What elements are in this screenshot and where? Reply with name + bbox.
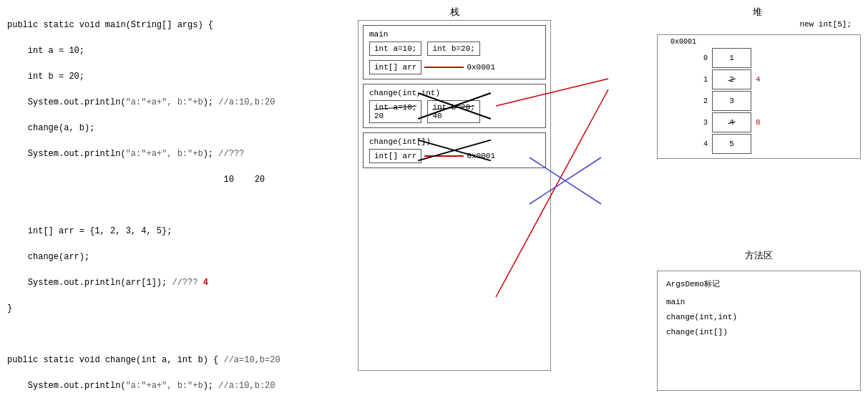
code-line-13: public static void change(int a, int b) … bbox=[7, 354, 322, 367]
method-area-label: 方法区 bbox=[657, 249, 861, 262]
code-line-6: System.out.println("a:"+a+", b:"+b); //?… bbox=[7, 147, 322, 160]
a-new: 20 bbox=[374, 112, 384, 120]
heap-idx-1: 1 bbox=[699, 76, 712, 84]
heap-idx-0: 0 bbox=[699, 54, 712, 62]
code-line-3: int b = 20; bbox=[7, 70, 322, 83]
code-panel: public static void main(String[] args) {… bbox=[0, 0, 329, 398]
heap-idx-3: 3 bbox=[699, 119, 712, 127]
arr-arrow-main bbox=[424, 67, 464, 68]
code-line-8: int[] arr = {1, 2, 3, 4, 5}; bbox=[7, 225, 322, 238]
arr-addr-change: 0x0001 bbox=[467, 152, 495, 160]
heap-container: 0x0001 0 1 1 2 4 2 3 bbox=[657, 34, 861, 159]
heap-address-label: 0x0001 bbox=[663, 38, 699, 46]
b-new: 40 bbox=[432, 112, 442, 120]
code-line-5: change(a, b); bbox=[7, 122, 322, 135]
heap-cell-3: 4 bbox=[712, 112, 751, 132]
diagram-panel: 栈 main int a=10; int b=20; int[] arr 0x0… bbox=[329, 0, 868, 398]
heap-cell-1: 2 bbox=[712, 69, 751, 89]
method-class-name: ArgsDemo标记 bbox=[666, 277, 852, 292]
code-line-10: System.out.println(arr[1]); //??? 4 bbox=[7, 276, 322, 289]
heap-addr-header: 0x0001 bbox=[663, 38, 854, 46]
frame-content-main: int a=10; int b=20; bbox=[369, 42, 540, 56]
frame-title-main: main bbox=[369, 30, 540, 39]
heap-row-3: 3 4 8 bbox=[663, 112, 854, 132]
arr-row-main: int[] arr 0x0001 bbox=[369, 60, 540, 74]
heap-val-1-orig: 2 bbox=[729, 75, 734, 84]
frame-title-change-int-int: change(int,int) bbox=[369, 89, 540, 97]
method-item-change-int-arr: change(int[]) bbox=[666, 325, 852, 340]
stack-label: 栈 bbox=[358, 6, 551, 19]
heap-idx-2: 2 bbox=[699, 97, 712, 105]
stack-frame-change-int-arr: change(int[]) int[] arr 0x0001 bbox=[363, 132, 546, 168]
a-orig: int a=10; bbox=[374, 103, 416, 112]
method-item-main: main bbox=[666, 295, 852, 310]
code-line-11: } bbox=[7, 302, 322, 315]
heap-row-4: 4 5 bbox=[663, 134, 854, 154]
heap-cell-0: 1 bbox=[712, 48, 751, 68]
arr-addr-main: 0x0001 bbox=[467, 63, 495, 72]
code-line-4: System.out.println("a:"+a+", b:"+b); //a… bbox=[7, 96, 322, 109]
heap-idx-4: 4 bbox=[699, 140, 712, 148]
heap-row-2: 2 3 bbox=[663, 91, 854, 111]
frame-title-change-int-arr: change(int[]) bbox=[369, 137, 540, 146]
stack-frame-change-int-int: change(int,int) int a=10; 20 int b=20; 4… bbox=[363, 84, 546, 128]
frame-var-a-change: int a=10; 20 bbox=[369, 100, 421, 123]
b-orig: int b=20; bbox=[432, 103, 474, 112]
frame-var-a-main: int a=10; bbox=[369, 42, 421, 56]
frame-content-change-int-int: int a=10; 20 int b=20; 40 bbox=[369, 100, 540, 123]
heap-row-1: 1 2 4 bbox=[663, 69, 854, 89]
code-line-2: int a = 10; bbox=[7, 44, 322, 57]
code-line-blank1 bbox=[7, 199, 322, 212]
frame-var-b-main: int b=20; bbox=[427, 42, 479, 56]
method-container: ArgsDemo标记 main change(int,int) change(i… bbox=[657, 271, 861, 391]
heap-side-1: 4 bbox=[756, 75, 761, 84]
frame-var-b-change: int b=20; 40 bbox=[427, 100, 479, 123]
arr-row-change-arr: int[] arr 0x0001 bbox=[369, 149, 540, 163]
frame-var-arr-change: int[] arr bbox=[369, 149, 421, 163]
method-item-change-int-int: change(int,int) bbox=[666, 310, 852, 325]
code-line-blank2 bbox=[7, 328, 322, 341]
heap-val-3-orig: 4 bbox=[729, 118, 734, 127]
heap-label: 堆 bbox=[653, 6, 861, 19]
stack-frame-main: main int a=10; int b=20; int[] arr 0x000… bbox=[363, 25, 546, 79]
heap-new-label: new int[5]; bbox=[799, 20, 855, 29]
code-line-6b: 10 20 bbox=[7, 173, 322, 186]
code-line-1: public static void main(String[] args) { bbox=[7, 19, 322, 31]
heap-row-0: 0 1 bbox=[663, 48, 854, 68]
heap-cell-4: 5 bbox=[712, 134, 751, 154]
code-line-9: change(arr); bbox=[7, 251, 322, 263]
heap-side-3: 8 bbox=[756, 118, 761, 127]
frame-var-arr-main: int[] arr bbox=[369, 60, 421, 74]
code-line-14: System.out.println("a:"+a+", b:"+b); //a… bbox=[7, 379, 322, 392]
stack-container: main int a=10; int b=20; int[] arr 0x000… bbox=[358, 20, 551, 371]
arr-arrow-change bbox=[424, 155, 464, 157]
heap-cell-2: 3 bbox=[712, 91, 751, 111]
